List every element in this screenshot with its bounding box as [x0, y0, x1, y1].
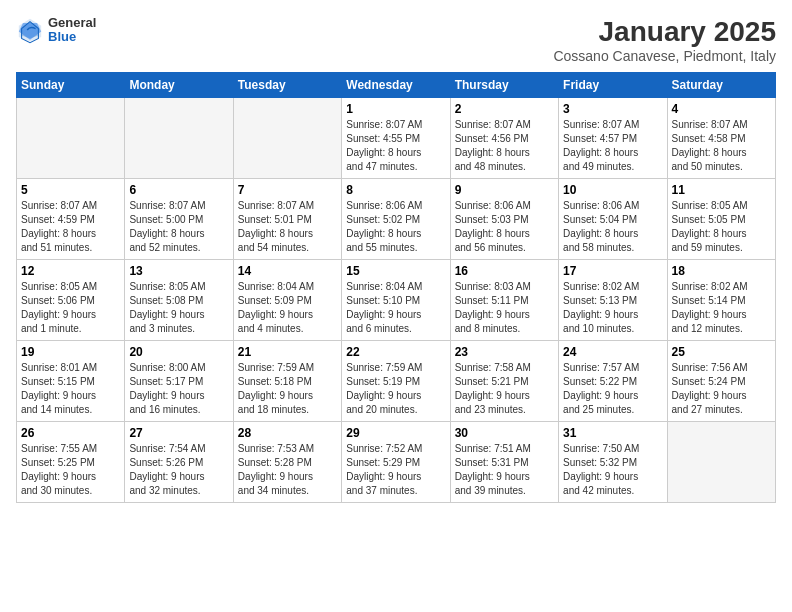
day-info: Sunrise: 8:03 AM Sunset: 5:11 PM Dayligh…	[455, 280, 554, 336]
day-number: 14	[238, 264, 337, 278]
page-header: General Blue January 2025 Cossano Canave…	[16, 16, 776, 64]
day-number: 17	[563, 264, 662, 278]
day-info: Sunrise: 8:04 AM Sunset: 5:10 PM Dayligh…	[346, 280, 445, 336]
day-number: 19	[21, 345, 120, 359]
day-number: 21	[238, 345, 337, 359]
calendar-cell: 8Sunrise: 8:06 AM Sunset: 5:02 PM Daylig…	[342, 179, 450, 260]
logo-icon	[16, 16, 44, 44]
day-info: Sunrise: 7:54 AM Sunset: 5:26 PM Dayligh…	[129, 442, 228, 498]
day-info: Sunrise: 8:05 AM Sunset: 5:05 PM Dayligh…	[672, 199, 771, 255]
day-info: Sunrise: 8:07 AM Sunset: 4:58 PM Dayligh…	[672, 118, 771, 174]
calendar-cell	[125, 98, 233, 179]
day-info: Sunrise: 8:02 AM Sunset: 5:13 PM Dayligh…	[563, 280, 662, 336]
calendar-cell: 2Sunrise: 8:07 AM Sunset: 4:56 PM Daylig…	[450, 98, 558, 179]
calendar-cell: 21Sunrise: 7:59 AM Sunset: 5:18 PM Dayli…	[233, 341, 341, 422]
calendar-cell	[233, 98, 341, 179]
calendar-cell: 5Sunrise: 8:07 AM Sunset: 4:59 PM Daylig…	[17, 179, 125, 260]
day-info: Sunrise: 7:56 AM Sunset: 5:24 PM Dayligh…	[672, 361, 771, 417]
day-number: 20	[129, 345, 228, 359]
calendar-cell: 9Sunrise: 8:06 AM Sunset: 5:03 PM Daylig…	[450, 179, 558, 260]
day-info: Sunrise: 8:05 AM Sunset: 5:06 PM Dayligh…	[21, 280, 120, 336]
weekday-header: Friday	[559, 73, 667, 98]
day-info: Sunrise: 8:07 AM Sunset: 4:57 PM Dayligh…	[563, 118, 662, 174]
calendar-cell	[667, 422, 775, 503]
logo-text: General Blue	[48, 16, 96, 45]
weekday-header: Saturday	[667, 73, 775, 98]
calendar-cell: 6Sunrise: 8:07 AM Sunset: 5:00 PM Daylig…	[125, 179, 233, 260]
day-info: Sunrise: 7:59 AM Sunset: 5:19 PM Dayligh…	[346, 361, 445, 417]
calendar-cell: 22Sunrise: 7:59 AM Sunset: 5:19 PM Dayli…	[342, 341, 450, 422]
weekday-header: Wednesday	[342, 73, 450, 98]
day-info: Sunrise: 8:00 AM Sunset: 5:17 PM Dayligh…	[129, 361, 228, 417]
day-info: Sunrise: 8:06 AM Sunset: 5:03 PM Dayligh…	[455, 199, 554, 255]
calendar-cell: 29Sunrise: 7:52 AM Sunset: 5:29 PM Dayli…	[342, 422, 450, 503]
day-info: Sunrise: 8:07 AM Sunset: 4:56 PM Dayligh…	[455, 118, 554, 174]
calendar-cell: 11Sunrise: 8:05 AM Sunset: 5:05 PM Dayli…	[667, 179, 775, 260]
day-info: Sunrise: 8:07 AM Sunset: 5:00 PM Dayligh…	[129, 199, 228, 255]
calendar-week: 12Sunrise: 8:05 AM Sunset: 5:06 PM Dayli…	[17, 260, 776, 341]
day-number: 15	[346, 264, 445, 278]
calendar-cell: 26Sunrise: 7:55 AM Sunset: 5:25 PM Dayli…	[17, 422, 125, 503]
weekday-header: Tuesday	[233, 73, 341, 98]
weekday-header: Sunday	[17, 73, 125, 98]
calendar-cell: 12Sunrise: 8:05 AM Sunset: 5:06 PM Dayli…	[17, 260, 125, 341]
calendar-week: 1Sunrise: 8:07 AM Sunset: 4:55 PM Daylig…	[17, 98, 776, 179]
logo-blue-text: Blue	[48, 30, 96, 44]
day-number: 22	[346, 345, 445, 359]
calendar-cell: 20Sunrise: 8:00 AM Sunset: 5:17 PM Dayli…	[125, 341, 233, 422]
calendar-cell: 1Sunrise: 8:07 AM Sunset: 4:55 PM Daylig…	[342, 98, 450, 179]
day-info: Sunrise: 8:02 AM Sunset: 5:14 PM Dayligh…	[672, 280, 771, 336]
day-number: 29	[346, 426, 445, 440]
calendar-cell: 7Sunrise: 8:07 AM Sunset: 5:01 PM Daylig…	[233, 179, 341, 260]
day-info: Sunrise: 8:06 AM Sunset: 5:02 PM Dayligh…	[346, 199, 445, 255]
day-number: 27	[129, 426, 228, 440]
logo: General Blue	[16, 16, 96, 45]
calendar-week: 26Sunrise: 7:55 AM Sunset: 5:25 PM Dayli…	[17, 422, 776, 503]
day-info: Sunrise: 7:55 AM Sunset: 5:25 PM Dayligh…	[21, 442, 120, 498]
day-number: 6	[129, 183, 228, 197]
day-number: 5	[21, 183, 120, 197]
calendar-cell: 17Sunrise: 8:02 AM Sunset: 5:13 PM Dayli…	[559, 260, 667, 341]
day-info: Sunrise: 7:51 AM Sunset: 5:31 PM Dayligh…	[455, 442, 554, 498]
calendar-week: 19Sunrise: 8:01 AM Sunset: 5:15 PM Dayli…	[17, 341, 776, 422]
calendar-cell: 18Sunrise: 8:02 AM Sunset: 5:14 PM Dayli…	[667, 260, 775, 341]
calendar-cell: 24Sunrise: 7:57 AM Sunset: 5:22 PM Dayli…	[559, 341, 667, 422]
day-number: 25	[672, 345, 771, 359]
calendar-cell: 14Sunrise: 8:04 AM Sunset: 5:09 PM Dayli…	[233, 260, 341, 341]
logo-general-text: General	[48, 16, 96, 30]
day-number: 8	[346, 183, 445, 197]
day-number: 13	[129, 264, 228, 278]
day-info: Sunrise: 8:04 AM Sunset: 5:09 PM Dayligh…	[238, 280, 337, 336]
calendar-week: 5Sunrise: 8:07 AM Sunset: 4:59 PM Daylig…	[17, 179, 776, 260]
weekday-row: SundayMondayTuesdayWednesdayThursdayFrid…	[17, 73, 776, 98]
day-info: Sunrise: 7:59 AM Sunset: 5:18 PM Dayligh…	[238, 361, 337, 417]
day-info: Sunrise: 8:05 AM Sunset: 5:08 PM Dayligh…	[129, 280, 228, 336]
day-info: Sunrise: 8:07 AM Sunset: 4:55 PM Dayligh…	[346, 118, 445, 174]
day-number: 28	[238, 426, 337, 440]
day-info: Sunrise: 8:07 AM Sunset: 5:01 PM Dayligh…	[238, 199, 337, 255]
calendar-body: 1Sunrise: 8:07 AM Sunset: 4:55 PM Daylig…	[17, 98, 776, 503]
day-info: Sunrise: 8:06 AM Sunset: 5:04 PM Dayligh…	[563, 199, 662, 255]
calendar-cell: 4Sunrise: 8:07 AM Sunset: 4:58 PM Daylig…	[667, 98, 775, 179]
calendar-cell: 27Sunrise: 7:54 AM Sunset: 5:26 PM Dayli…	[125, 422, 233, 503]
day-number: 31	[563, 426, 662, 440]
month-title: January 2025	[553, 16, 776, 48]
day-number: 16	[455, 264, 554, 278]
day-number: 10	[563, 183, 662, 197]
calendar-cell: 25Sunrise: 7:56 AM Sunset: 5:24 PM Dayli…	[667, 341, 775, 422]
day-number: 7	[238, 183, 337, 197]
calendar-cell: 13Sunrise: 8:05 AM Sunset: 5:08 PM Dayli…	[125, 260, 233, 341]
day-number: 3	[563, 102, 662, 116]
day-info: Sunrise: 7:57 AM Sunset: 5:22 PM Dayligh…	[563, 361, 662, 417]
calendar-cell: 15Sunrise: 8:04 AM Sunset: 5:10 PM Dayli…	[342, 260, 450, 341]
day-number: 11	[672, 183, 771, 197]
title-block: January 2025 Cossano Canavese, Piedmont,…	[553, 16, 776, 64]
day-number: 2	[455, 102, 554, 116]
calendar-cell: 28Sunrise: 7:53 AM Sunset: 5:28 PM Dayli…	[233, 422, 341, 503]
day-number: 24	[563, 345, 662, 359]
day-number: 23	[455, 345, 554, 359]
calendar: SundayMondayTuesdayWednesdayThursdayFrid…	[16, 72, 776, 503]
calendar-cell: 3Sunrise: 8:07 AM Sunset: 4:57 PM Daylig…	[559, 98, 667, 179]
day-number: 1	[346, 102, 445, 116]
calendar-cell: 31Sunrise: 7:50 AM Sunset: 5:32 PM Dayli…	[559, 422, 667, 503]
